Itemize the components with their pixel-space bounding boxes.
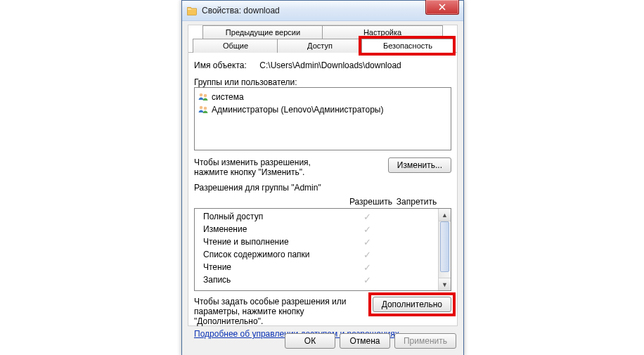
table-row: Чтение и выполнение ✓ [198, 235, 436, 248]
scroll-up-arrow[interactable]: ▲ [439, 209, 451, 221]
dialog-footer: ОК Отмена Применить [182, 326, 463, 355]
scrollbar[interactable]: ▲ ▼ [438, 209, 451, 290]
security-tab-body: Имя объекта: C:\Users\Admin\Downloads\do… [194, 56, 451, 321]
groups-label: Группы или пользователи: [194, 77, 451, 87]
allow-column-header: Разрешить [348, 197, 394, 207]
check-icon: ✓ [344, 275, 390, 285]
groups-listbox[interactable]: система Администраторы (Lenovo\Администр… [194, 87, 451, 150]
object-name-row: Имя объекта: C:\Users\Admin\Downloads\do… [194, 60, 451, 70]
ok-button[interactable]: ОК [285, 333, 335, 349]
table-row: Изменение ✓ [198, 223, 436, 235]
cancel-button[interactable]: Отмена [340, 333, 390, 349]
check-icon: ✓ [344, 262, 390, 273]
list-item-label: Администраторы (Lenovo\Администраторы) [212, 105, 383, 115]
svg-point-3 [204, 107, 207, 110]
table-row: Список содержимого папки ✓ [198, 248, 436, 261]
check-icon: ✓ [344, 212, 390, 222]
close-icon [439, 4, 446, 11]
close-button[interactable] [425, 0, 459, 15]
permissions-header: Разрешить Запретить [194, 197, 451, 207]
edit-hint: Чтобы изменить разрешения, нажмите кнопк… [194, 157, 335, 177]
permissions-listbox: Полный доступ ✓ Изменение ✓ Чтение и вып… [194, 208, 451, 291]
list-item-label: система [212, 92, 244, 102]
tabstrip: Предыдущие версии Настройка Общие Доступ… [188, 25, 457, 53]
users-group-icon [198, 104, 209, 115]
object-name-value: C:\Users\Admin\Downloads\download [259, 60, 401, 70]
table-row: Чтение ✓ [198, 261, 436, 273]
tab-general[interactable]: Общие [193, 39, 278, 53]
scroll-down-arrow[interactable]: ▼ [439, 278, 451, 290]
scroll-thumb[interactable] [440, 221, 449, 272]
check-icon: ✓ [344, 250, 390, 260]
object-name-label: Имя объекта: [194, 60, 257, 70]
tab-customize[interactable]: Настройка [322, 25, 443, 39]
users-group-icon [198, 91, 209, 103]
check-icon: ✓ [344, 224, 390, 235]
tab-previous-versions[interactable]: Предыдущие версии [202, 25, 323, 39]
dialog-client: Предыдущие версии Настройка Общие Доступ… [188, 25, 458, 326]
titlebar[interactable]: Свойства: download [182, 1, 463, 21]
table-row: Запись ✓ [198, 273, 436, 286]
deny-column-header: Запретить [394, 197, 439, 207]
table-row: Полный доступ ✓ [198, 210, 436, 223]
permissions-for-label: Разрешения для группы "Admin" [194, 183, 451, 193]
advanced-button[interactable]: Дополнительно [373, 297, 451, 312]
apply-button[interactable]: Применить [394, 333, 456, 349]
list-item[interactable]: система [198, 91, 448, 103]
svg-point-1 [204, 94, 207, 98]
tab-security[interactable]: Безопасность [361, 39, 454, 53]
tab-sharing[interactable]: Доступ [277, 39, 363, 53]
window-title: Свойства: download [202, 6, 280, 15]
folder-icon [186, 5, 198, 16]
advanced-hint: Чтобы задать особые разрешения или парам… [194, 297, 368, 326]
svg-point-2 [200, 106, 203, 110]
svg-point-0 [200, 93, 203, 97]
list-item[interactable]: Администраторы (Lenovo\Администраторы) [198, 103, 448, 116]
edit-button[interactable]: Изменить... [388, 157, 451, 173]
properties-dialog: Свойства: download Предыдущие версии Нас… [181, 0, 464, 355]
check-icon: ✓ [344, 237, 390, 247]
